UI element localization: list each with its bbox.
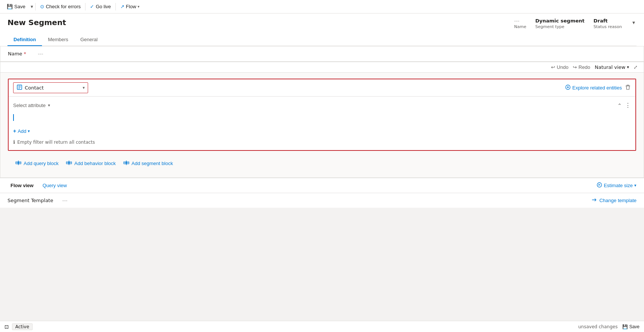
meta-status-reason-value: Draft [593, 18, 608, 24]
add-query-block-label: Add query block [24, 161, 58, 166]
meta-name: --- Name [514, 18, 526, 29]
divider-1 [35, 3, 36, 10]
bottom-panel: Flow view Query view Estimate size ▾ Seg… [0, 178, 644, 208]
entity-name-label: Contact [25, 85, 44, 91]
bottom-tabs-row: Flow view Query view Estimate size ▾ [0, 178, 644, 193]
explore-related-button[interactable]: Explore related entities [565, 84, 622, 91]
status-badge: Active [12, 323, 33, 330]
entity-selector[interactable]: Contact ▾ [13, 82, 88, 93]
meta-segment-type-value: Dynamic segment [535, 18, 584, 24]
tab-definition[interactable]: Definition [7, 34, 42, 46]
empty-filter-message: Empty filter will return all contacts [17, 140, 95, 145]
view-select-dropdown-arrow: ▾ [627, 65, 629, 70]
estimate-icon [596, 182, 602, 189]
estimate-dropdown-arrow: ▾ [634, 183, 637, 188]
empty-filter-info: ℹ Empty filter will return all contacts [13, 137, 631, 147]
check-errors-label: Check for errors [46, 4, 81, 9]
save-label: Save [14, 4, 25, 9]
entity-dropdown-arrow: ▾ [82, 85, 85, 90]
main-tabs: Definition Members General [7, 34, 637, 46]
tab-members[interactable]: Members [42, 34, 74, 46]
add-condition-button[interactable]: + Add ▾ [13, 127, 30, 135]
more-options-button[interactable]: ⋮ [625, 102, 631, 109]
add-behavior-block-label: Add behavior block [74, 161, 116, 166]
divider-2 [85, 3, 85, 10]
meta-name-label: Name [514, 24, 526, 29]
form-card: Name * --- [0, 46, 644, 62]
delete-block-button[interactable] [625, 84, 631, 91]
attribute-row: Select attribute ▾ ⌃ ⋮ [13, 100, 631, 111]
undo-icon: ↩ [551, 64, 555, 70]
explore-icon [565, 84, 571, 91]
add-dropdown-arrow: ▾ [28, 129, 30, 134]
unsaved-changes-text: unsaved changes [578, 324, 617, 329]
main-content: Name * --- ↩ Undo ↪ Redo Natural view ▾ … [0, 46, 644, 321]
add-segment-block-button[interactable]: Add segment block [123, 160, 173, 167]
attribute-dropdown-arrow: ▾ [48, 103, 50, 108]
builder-toolbar: ↩ Undo ↪ Redo Natural view ▾ ⤢ [0, 62, 644, 73]
redo-icon: ↪ [573, 64, 577, 70]
bottom-tabs: Flow view Query view [7, 181, 70, 190]
query-block-actions: Explore related entities [565, 84, 631, 91]
header-collapse-button[interactable]: ▾ [631, 18, 637, 27]
flow-dropdown-arrow: ▾ [138, 4, 139, 9]
redo-button[interactable]: ↪ Redo [573, 64, 590, 70]
go-live-button[interactable]: ✓ Go live [86, 0, 114, 13]
save-icon: 💾 [7, 4, 13, 9]
add-segment-block-label: Add segment block [132, 161, 173, 166]
add-icon: + [13, 128, 16, 134]
flow-icon: ↗ [120, 4, 124, 9]
entity-icon [16, 84, 22, 91]
view-select-label: Natural view [595, 64, 625, 70]
page-title: New Segment [7, 18, 66, 27]
status-save-icon: 💾 [622, 324, 628, 329]
expand-button[interactable]: ⤢ [634, 64, 638, 70]
page-header: New Segment --- Name Dynamic segment Seg… [0, 13, 644, 46]
meta-segment-type: Dynamic segment Segment type [535, 18, 584, 29]
view-select[interactable]: Natural view ▾ [595, 64, 629, 70]
query-view-tab[interactable]: Query view [39, 181, 70, 190]
name-row: Name * --- [0, 46, 644, 61]
change-template-icon [591, 197, 597, 204]
undo-button[interactable]: ↩ Undo [551, 64, 568, 70]
add-behavior-block-button[interactable]: Add behavior block [66, 160, 116, 167]
meta-status-reason-label: Status reason [593, 24, 622, 29]
add-behavior-block-icon [66, 160, 72, 167]
tab-general[interactable]: General [74, 34, 103, 46]
status-left: ⊡ Active [4, 323, 33, 330]
meta-name-value: --- [514, 18, 520, 24]
collapse-attribute-button[interactable]: ⌃ [617, 103, 622, 109]
status-right: unsaved changes 💾 Save [578, 324, 640, 329]
query-block: Contact ▾ Explore related entities [8, 79, 636, 151]
attribute-selector-label: Select attribute [13, 103, 46, 108]
add-query-block-button[interactable]: Add query block [15, 160, 58, 167]
segment-builder: ↩ Undo ↪ Redo Natural view ▾ ⤢ [0, 62, 644, 178]
flow-button[interactable]: ↗ Flow ▾ [117, 0, 143, 13]
query-area: Contact ▾ Explore related entities [0, 73, 644, 177]
estimate-size-label: Estimate size [604, 183, 633, 188]
expand-icon: ⤢ [634, 64, 638, 70]
go-live-label: Go live [96, 4, 111, 9]
flow-view-tab[interactable]: Flow view [7, 181, 36, 190]
toolbar-dropdown-1[interactable]: ▾ [29, 4, 35, 9]
change-template-label: Change template [599, 198, 637, 203]
divider-3 [115, 3, 116, 10]
cursor-area [13, 111, 631, 125]
attribute-selector[interactable]: Select attribute ▾ [13, 103, 88, 108]
add-query-block-icon [15, 160, 21, 167]
template-row: Segment Template --- Change template [0, 193, 644, 208]
add-blocks-row: Add query block Add behavior block Add s… [8, 155, 636, 171]
save-button[interactable]: 💾 Save [3, 0, 29, 13]
flow-label: Flow [126, 4, 136, 9]
meta-status-reason: Draft Status reason [593, 18, 622, 29]
name-label: Name * [8, 51, 38, 57]
change-template-button[interactable]: Change template [591, 197, 637, 204]
query-block-header: Contact ▾ Explore related entities [9, 79, 635, 97]
check-errors-button[interactable]: ⊙ Check for errors [36, 0, 84, 13]
estimate-size-button[interactable]: Estimate size ▾ [596, 182, 637, 189]
query-block-body: Select attribute ▾ ⌃ ⋮ [9, 97, 635, 150]
required-indicator: * [24, 51, 26, 57]
screen-icon: ⊡ [4, 324, 9, 330]
status-save-button[interactable]: 💾 Save [622, 324, 640, 329]
add-segment-block-icon [123, 160, 129, 167]
